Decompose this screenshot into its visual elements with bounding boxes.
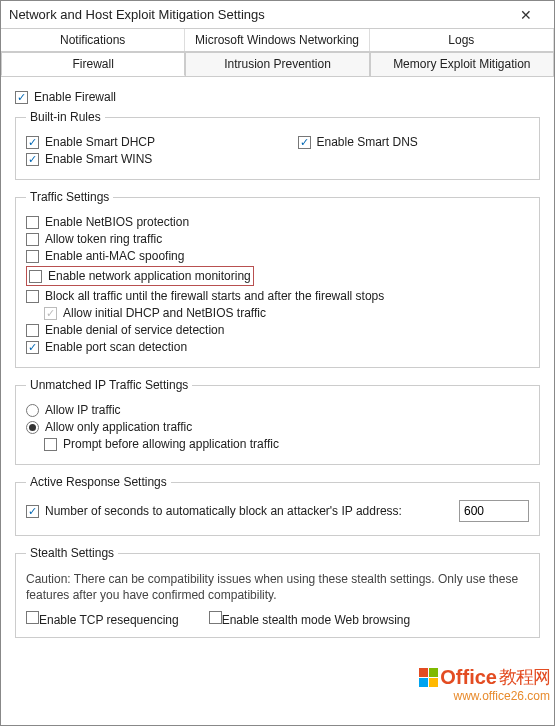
tab-memory-exploit-mitigation[interactable]: Memory Exploit Mitigation (370, 52, 554, 76)
dhcp-label: Enable Smart DHCP (45, 135, 155, 149)
stealth-settings-group: Stealth Settings Caution: There can be c… (15, 546, 540, 638)
blockall-label: Block all traffic until the firewall sta… (45, 289, 384, 303)
checkbox-icon (26, 216, 39, 229)
watermark-url: www.office26.com (419, 689, 550, 703)
checkbox-icon (26, 136, 39, 149)
block-seconds-checkbox[interactable]: Number of seconds to automatically block… (26, 504, 402, 518)
netbios-label: Enable NetBIOS protection (45, 215, 189, 229)
watermark-suffix: 教程网 (499, 665, 550, 689)
tabs-row-1: Notifications Microsoft Windows Networki… (1, 29, 554, 52)
enable-smart-wins-checkbox[interactable]: Enable Smart WINS (26, 152, 152, 166)
checkbox-icon (26, 611, 39, 624)
checkbox-icon (26, 153, 39, 166)
enable-smart-dns-checkbox[interactable]: Enable Smart DNS (298, 135, 418, 149)
titlebar: Network and Host Exploit Mitigation Sett… (1, 1, 554, 29)
office-logo-icon (419, 668, 438, 687)
antimac-checkbox[interactable]: Enable anti-MAC spoofing (26, 249, 184, 263)
allowip-label: Allow IP traffic (45, 403, 121, 417)
active-response-group: Active Response Settings Number of secon… (15, 475, 540, 536)
stealth-browsing-checkbox[interactable]: Enable stealth mode Web browsing (209, 611, 411, 627)
checkbox-icon (44, 307, 57, 320)
seconds-label: Number of seconds to automatically block… (45, 504, 402, 518)
tab-logs[interactable]: Logs (370, 29, 554, 51)
watermark-brand: Office (440, 666, 497, 689)
radio-icon (26, 421, 39, 434)
checkbox-icon (26, 341, 39, 354)
browsing-label: Enable stealth mode Web browsing (222, 613, 411, 627)
dns-label: Enable Smart DNS (317, 135, 418, 149)
traffic-settings-group: Traffic Settings Enable NetBIOS protecti… (15, 190, 540, 368)
close-icon[interactable]: ✕ (506, 1, 546, 29)
checkbox-icon (26, 505, 39, 518)
settings-window: Network and Host Exploit Mitigation Sett… (0, 0, 555, 726)
allowinitial-label: Allow initial DHCP and NetBIOS traffic (63, 306, 266, 320)
builtin-rules-legend: Built-in Rules (26, 110, 105, 124)
tokenring-checkbox[interactable]: Allow token ring traffic (26, 232, 162, 246)
tcp-label: Enable TCP resequencing (39, 613, 179, 627)
portscan-checkbox[interactable]: Enable port scan detection (26, 340, 187, 354)
active-legend: Active Response Settings (26, 475, 171, 489)
block-seconds-input[interactable] (459, 500, 529, 522)
watermark: Office 教程网 www.office26.com (419, 665, 550, 703)
netapp-label: Enable network application monitoring (48, 269, 251, 283)
tab-notifications[interactable]: Notifications (1, 29, 185, 51)
prompt-checkbox[interactable]: Prompt before allowing application traff… (44, 437, 279, 451)
tokenring-label: Allow token ring traffic (45, 232, 162, 246)
stealth-legend: Stealth Settings (26, 546, 118, 560)
antimac-label: Enable anti-MAC spoofing (45, 249, 184, 263)
enable-firewall-checkbox[interactable]: Enable Firewall (15, 90, 116, 104)
unmatched-ip-group: Unmatched IP Traffic Settings Allow IP t… (15, 378, 540, 465)
enable-firewall-label: Enable Firewall (34, 90, 116, 104)
tabs-row-2: Firewall Intrusion Prevention Memory Exp… (1, 52, 554, 77)
enable-smart-dhcp-checkbox[interactable]: Enable Smart DHCP (26, 135, 155, 149)
traffic-legend: Traffic Settings (26, 190, 113, 204)
checkbox-icon (298, 136, 311, 149)
tab-intrusion-prevention[interactable]: Intrusion Prevention (185, 52, 369, 76)
allowinitial-checkbox: Allow initial DHCP and NetBIOS traffic (44, 306, 266, 320)
checkbox-icon (15, 91, 28, 104)
highlighted-option: Enable network application monitoring (26, 266, 254, 286)
unmatched-legend: Unmatched IP Traffic Settings (26, 378, 192, 392)
window-title: Network and Host Exploit Mitigation Sett… (9, 7, 506, 22)
stealth-caption: Caution: There can be compatibility issu… (26, 572, 529, 603)
tab-windows-networking[interactable]: Microsoft Windows Networking (185, 29, 369, 51)
netbios-checkbox[interactable]: Enable NetBIOS protection (26, 215, 189, 229)
blockall-checkbox[interactable]: Block all traffic until the firewall sta… (26, 289, 384, 303)
dos-checkbox[interactable]: Enable denial of service detection (26, 323, 224, 337)
tcp-reseq-checkbox[interactable]: Enable TCP resequencing (26, 611, 179, 627)
portscan-label: Enable port scan detection (45, 340, 187, 354)
radio-icon (26, 404, 39, 417)
checkbox-icon (26, 290, 39, 303)
checkbox-icon (26, 324, 39, 337)
allow-app-radio[interactable]: Allow only application traffic (26, 420, 192, 434)
checkbox-icon (44, 438, 57, 451)
checkbox-icon (26, 233, 39, 246)
allow-ip-radio[interactable]: Allow IP traffic (26, 403, 121, 417)
builtin-rules-group: Built-in Rules Enable Smart DHCP Enable … (15, 110, 540, 180)
dos-label: Enable denial of service detection (45, 323, 224, 337)
checkbox-icon (209, 611, 222, 624)
checkbox-icon (26, 250, 39, 263)
checkbox-icon (29, 270, 42, 283)
panel-body: Enable Firewall Built-in Rules Enable Sm… (1, 77, 554, 658)
prompt-label: Prompt before allowing application traff… (63, 437, 279, 451)
netapp-checkbox[interactable]: Enable network application monitoring (29, 269, 251, 283)
wins-label: Enable Smart WINS (45, 152, 152, 166)
allowapp-label: Allow only application traffic (45, 420, 192, 434)
tab-firewall[interactable]: Firewall (1, 52, 185, 76)
